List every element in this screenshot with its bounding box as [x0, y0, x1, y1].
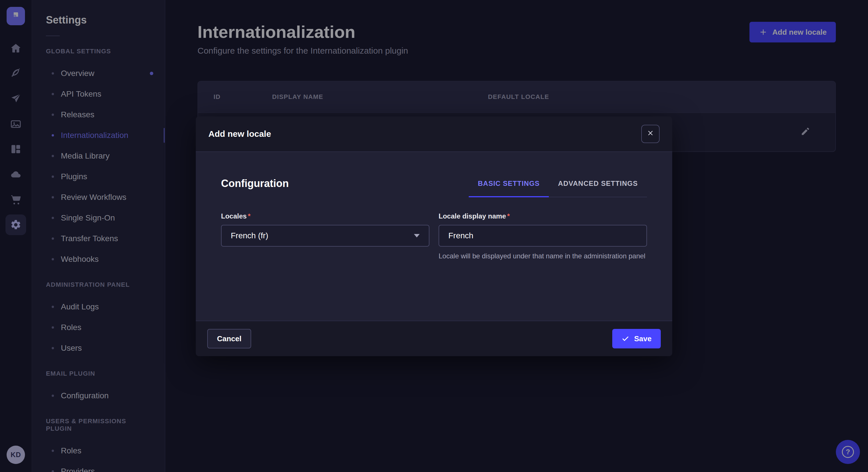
modal-footer: Cancel Save [196, 321, 672, 356]
display-name-field: Locale display name* Locale will be disp… [439, 212, 647, 261]
locales-label: Locales* [221, 212, 429, 220]
display-name-label: Locale display name* [439, 212, 647, 220]
tab-advanced-settings[interactable]: ADVANCED SETTINGS [549, 176, 647, 197]
close-icon [646, 129, 654, 139]
required-asterisk: * [507, 212, 510, 220]
modal-fields: Locales* French (fr) Locale display name… [221, 212, 647, 261]
check-icon [621, 335, 629, 343]
tab-basic-settings[interactable]: BASIC SETTINGS [469, 176, 549, 197]
close-button[interactable] [641, 125, 660, 143]
add-locale-modal: Add new locale Configuration BASIC SETTI… [196, 116, 672, 356]
settings-tabs: BASIC SETTINGSADVANCED SETTINGS [469, 176, 647, 197]
save-label: Save [634, 334, 652, 343]
cancel-button[interactable]: Cancel [207, 329, 251, 348]
locales-select[interactable]: French (fr) [221, 225, 429, 247]
chevron-down-icon [414, 234, 420, 237]
save-button[interactable]: Save [612, 329, 661, 348]
app-root: KD Settings GLOBAL SETTINGSOverviewAPI T… [0, 0, 868, 472]
required-asterisk: * [248, 212, 250, 220]
modal-body: Configuration BASIC SETTINGSADVANCED SET… [196, 152, 672, 321]
modal-header: Add new locale [196, 116, 672, 152]
configuration-row: Configuration BASIC SETTINGSADVANCED SET… [221, 177, 647, 197]
modal-title: Add new locale [208, 129, 271, 139]
display-name-input[interactable] [439, 225, 647, 247]
display-name-hint: Locale will be displayed under that name… [439, 251, 647, 261]
locales-select-value: French (fr) [231, 231, 268, 240]
locales-field: Locales* French (fr) [221, 212, 429, 261]
modal-section-title: Configuration [221, 177, 289, 190]
